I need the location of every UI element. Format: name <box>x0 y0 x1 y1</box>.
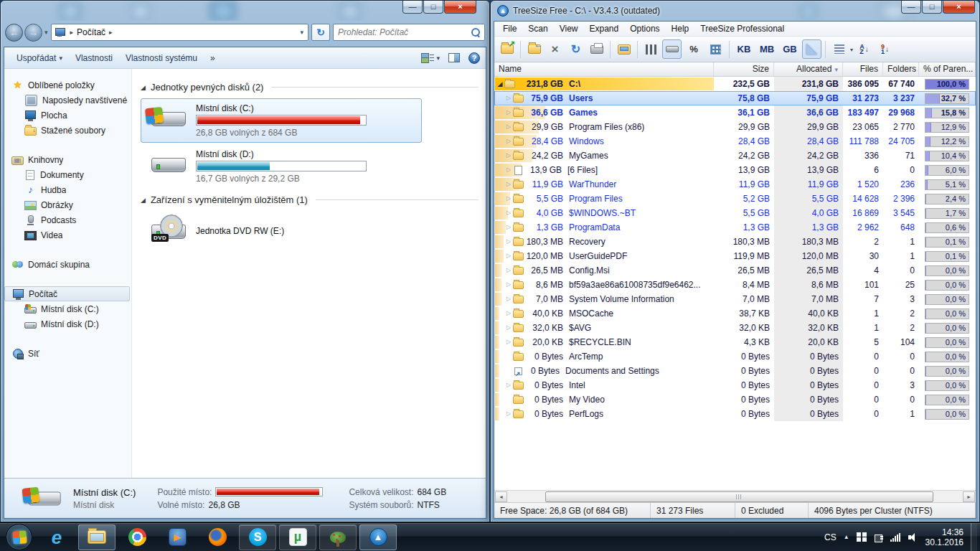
gb-units-button[interactable]: GB <box>779 39 801 59</box>
treesize-row-avg[interactable]: ▷32,0 KB$AVG32,0 KB32,0 KB120,0 % <box>494 321 976 335</box>
menu-expand[interactable]: Expand <box>584 22 625 36</box>
treesize-row-bf59a3ae86a61008735df9e6462[interactable]: ▷8,6 MBbf59a3ae86a61008735df9e6462...8,4… <box>494 278 976 292</box>
expand-icon[interactable]: ▷ <box>504 306 513 321</box>
menu-help[interactable]: Help <box>666 22 695 36</box>
horizontal-scrollbar[interactable]: ◂ ▸ <box>494 490 976 502</box>
command-vlastnosti[interactable]: Vlastnosti <box>69 50 119 66</box>
archive-bitmap-button[interactable] <box>614 39 633 59</box>
show-hidden-icons-button[interactable]: ▲ <box>844 534 849 540</box>
back-button[interactable]: ← <box>5 24 23 42</box>
taskbar-chrome-button[interactable] <box>118 524 156 550</box>
treesize-row-arctemp[interactable]: 0 BytesArcTemp0 Bytes0 Bytes000,0 % <box>494 349 976 364</box>
power-plug-icon[interactable] <box>874 532 883 542</box>
menu-treesize-professional[interactable]: TreeSize Professional <box>694 22 790 36</box>
taskbar-utorrent-button[interactable]: µ <box>279 524 316 550</box>
expand-icon[interactable]: ▷ <box>504 192 513 206</box>
sidebar-item-dom-c-skupina[interactable]: Domácí skupina <box>4 257 131 272</box>
menu-file[interactable]: File <box>497 22 522 36</box>
breadcrumb[interactable]: Počítač <box>77 27 105 37</box>
menu-options[interactable]: Options <box>624 22 665 36</box>
treesize-row-programdata[interactable]: ▷1,3 GBProgramData1,3 GB1,3 GB2 9626480,… <box>494 220 976 235</box>
treesize-row-system-volume-information[interactable]: ▷7,0 MBSystem Volume Information7,0 MB7,… <box>494 292 976 306</box>
nav-history-dropdown[interactable]: ▾ <box>44 29 48 36</box>
column-header-name[interactable]: Name <box>494 62 714 76</box>
address-bar[interactable]: ▸ Počítač ▸ ▾ <box>51 24 308 41</box>
sidebar-item-videa[interactable]: Videa <box>4 227 131 242</box>
collapse-icon[interactable]: ◢ <box>496 77 504 91</box>
search-input[interactable]: Prohledat: Počítač <box>333 24 485 41</box>
menu-view[interactable]: View <box>554 22 584 36</box>
minimize-button[interactable]: — <box>402 1 423 14</box>
expand-icon[interactable]: ▷ <box>504 91 513 105</box>
drive-item-m-stn-disk-c[interactable]: Místní disk (C:)26,8 GB volných z 684 GB <box>141 98 422 143</box>
drive-item-jednotka-dvd-rw-e[interactable]: DVDJednotka DVD RW (E:) <box>141 211 422 253</box>
treesize-row-userguidepdf[interactable]: ▷120,0 MBUserGuidePDF119,9 MB120,0 MB301… <box>494 249 976 263</box>
volume-icon[interactable] <box>908 533 918 542</box>
sidebar-item-sta-en-soubory[interactable]: Stažené soubory <box>4 123 131 138</box>
treesize-row-warthunder[interactable]: ▷11,9 GBWarThunder11,9 GB11,9 GB1 520236… <box>494 177 976 192</box>
sidebar-item-obl-ben-polo-ky[interactable]: ★Oblíbené položky <box>4 77 131 93</box>
treesize-row-config-msi[interactable]: ▷26,5 MBConfig.Msi26,5 MB26,5 MB400,0 % <box>494 263 976 278</box>
expand-icon[interactable]: ▷ <box>504 163 513 177</box>
expand-icon[interactable]: ▷ <box>504 235 513 249</box>
expand-icon[interactable]: ▷ <box>504 335 513 349</box>
taskbar-ie-button[interactable]: e <box>38 524 75 550</box>
change-view-button[interactable]: ▾ <box>421 53 440 63</box>
drive-item-m-stn-disk-d[interactable]: Místní disk (D:)16,7 GB volných z 29,2 G… <box>141 144 422 189</box>
taskbar-explorer-button[interactable] <box>78 524 116 550</box>
sidebar-item-podcasts[interactable]: Podcasts <box>4 212 131 227</box>
size-bars-view-button[interactable] <box>662 39 682 59</box>
show-desktop-button[interactable] <box>971 523 977 551</box>
expand-icon[interactable]: ▷ <box>504 407 513 421</box>
command-vlastnosti-syst-mu[interactable]: Vlastnosti systému <box>119 50 204 66</box>
kb-units-button[interactable]: KB <box>733 39 755 59</box>
delete-button[interactable]: × <box>545 39 565 59</box>
auto-units-button[interactable] <box>802 39 821 59</box>
scroll-right-button[interactable]: ▸ <box>963 491 975 502</box>
treesize-row-games[interactable]: ▷36,6 GBGames36,1 GB36,6 GB183 49729 968… <box>494 105 976 120</box>
network-signal-icon[interactable] <box>890 533 901 542</box>
sidebar-item-po-ta[interactable]: Počítač <box>4 286 130 301</box>
maximize-button[interactable]: □ <box>922 1 942 14</box>
treesize-row-intel[interactable]: ▷0 BytesIntel0 Bytes0 Bytes030,0 % <box>494 378 976 392</box>
treesize-row-c[interactable]: ◢231,8 GBC:\232,5 GB231,8 GB386 09567 74… <box>494 77 976 91</box>
taskbar-tree-button[interactable] <box>319 524 357 550</box>
group-collapse-icon[interactable]: ◢ <box>141 84 146 91</box>
sort-alphabetical-button[interactable]: AZ ↓ <box>854 39 874 59</box>
sidebar-item-s[interactable]: Síť <box>4 346 131 361</box>
sidebar-item-hudba[interactable]: ♪Hudba <box>4 182 131 197</box>
refresh-button[interactable]: ↻ <box>311 24 330 41</box>
close-button[interactable]: × <box>943 1 975 14</box>
expand-icon[interactable]: ▷ <box>504 206 513 220</box>
expand-icon[interactable]: ▷ <box>504 149 513 163</box>
sidebar-item-m-stn-disk-c[interactable]: Místní disk (C:) <box>4 301 131 316</box>
treesize-row-recycle-bin[interactable]: ▷20,0 KB$RECYCLE.BIN4,3 KB20,0 KB51040,0… <box>494 335 976 349</box>
scrollbar-track[interactable] <box>508 491 962 502</box>
close-button[interactable]: × <box>444 1 476 14</box>
expand-icon[interactable]: ▷ <box>504 249 513 263</box>
refresh-button[interactable]: ↻ <box>566 39 585 59</box>
minimize-button[interactable]: — <box>901 1 921 14</box>
treesize-row-mygames[interactable]: ▷24,2 GBMyGames24,2 GB24,2 GB3367110,4 % <box>494 149 976 163</box>
preview-pane-button[interactable] <box>448 53 460 62</box>
treesize-row-documents-and-settings[interactable]: 0 BytesDocuments and Settings0 Bytes0 By… <box>494 364 976 378</box>
print-button[interactable] <box>587 39 606 59</box>
column-header-size[interactable]: Size <box>714 62 774 76</box>
columns-view-button[interactable] <box>641 39 661 59</box>
treesize-row-perflogs[interactable]: ▷0 BytesPerfLogs0 Bytes0 Bytes010,0 % <box>494 407 976 421</box>
address-dropdown[interactable]: ▾ <box>296 29 308 36</box>
treemap-button[interactable] <box>706 39 725 59</box>
sidebar-item-m-stn-disk-d[interactable]: Místní disk (D:) <box>4 316 131 331</box>
group-collapse-icon[interactable]: ◢ <box>141 197 146 204</box>
taskbar-treesize-button[interactable]: ▲ <box>359 524 397 550</box>
taskbar-wmp-button[interactable]: ▶ <box>159 524 196 550</box>
sidebar-item-obr-zky[interactable]: Obrázky <box>4 197 131 212</box>
scrollbar-thumb[interactable] <box>545 491 933 502</box>
sidebar-item-plocha[interactable]: Plocha <box>4 108 131 123</box>
column-header-folders[interactable]: Folders <box>883 62 919 76</box>
menu-scan[interactable]: Scan <box>522 22 553 36</box>
expand-icon[interactable]: ▷ <box>504 321 513 335</box>
expand-icon[interactable]: ▷ <box>504 278 513 292</box>
expand-icon[interactable]: ▷ <box>504 134 513 149</box>
column-header-alloc[interactable]: Allocated▾ <box>774 62 843 76</box>
